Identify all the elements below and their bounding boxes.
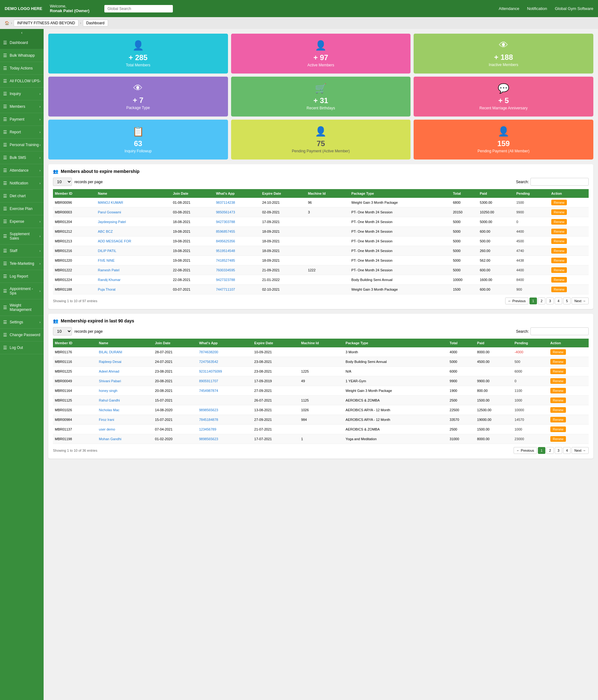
sidebar-item-staff[interactable]: ☰ Staff › bbox=[0, 245, 44, 257]
cell-what's-app[interactable]: 9898565623 bbox=[197, 434, 252, 444]
renew-button[interactable]: Renew bbox=[551, 209, 567, 215]
cell-what's-app[interactable]: 7874638200 bbox=[197, 347, 252, 357]
stat-card-0[interactable]: 👤 + 285 Total Members bbox=[48, 34, 228, 74]
sidebar-item-settings[interactable]: ☰ Settings › bbox=[0, 316, 44, 329]
cell-name[interactable]: Shivani Pabari bbox=[97, 376, 153, 386]
stat-card-5[interactable]: 💬 + 5 Recent Marriage Anniversary bbox=[414, 77, 593, 117]
renew-button[interactable]: Renew bbox=[550, 359, 566, 365]
sidebar-item-report[interactable]: ☰ Report › bbox=[0, 126, 44, 139]
stat-card-7[interactable]: 👤 75 Pending Payment (Active Member) bbox=[231, 120, 411, 159]
cell-what's-app[interactable]: 9898565623 bbox=[197, 405, 252, 415]
renew-button[interactable]: Renew bbox=[551, 267, 567, 273]
page-2-button[interactable]: 2 bbox=[538, 298, 545, 304]
sidebar-item-weight-management[interactable]: ☰ Weight Management bbox=[0, 299, 44, 316]
sidebar-item-tele-marketing[interactable]: ☰ Tele-Marketing › bbox=[0, 257, 44, 270]
next-page-button[interactable]: Next → bbox=[572, 298, 589, 304]
cell-name[interactable]: Rajdeep Desai bbox=[97, 357, 153, 367]
sidebar-item-payment[interactable]: ☰ Payment › bbox=[0, 113, 44, 126]
cell-name[interactable]: MANOJ KUMAR bbox=[96, 198, 171, 207]
cell-what's-app[interactable]: 9850561473 bbox=[214, 207, 260, 217]
renew-button[interactable]: Renew bbox=[550, 349, 566, 355]
prev-page-button[interactable]: ← Previous bbox=[505, 298, 528, 304]
cell-what's-app[interactable]: 923114075099 bbox=[197, 367, 252, 376]
cell-name[interactable]: honey singh bbox=[97, 386, 153, 396]
renew-button[interactable]: Renew bbox=[550, 417, 566, 422]
page-5-button[interactable]: 5 bbox=[563, 298, 571, 304]
cell-name[interactable]: DILIP PATIL bbox=[96, 246, 171, 256]
cell-what's-app[interactable]: 123456789 bbox=[197, 425, 252, 434]
renew-button[interactable]: Renew bbox=[550, 426, 566, 432]
sidebar-item-inquiry[interactable]: ☰ Inquiry › bbox=[0, 88, 44, 100]
cell-what's-app[interactable]: 9519514548 bbox=[214, 246, 260, 256]
stat-card-8[interactable]: 👤 159 Pending Payment (All Member) bbox=[414, 120, 593, 159]
attendance-link[interactable]: Attendance bbox=[499, 6, 519, 11]
sidebar-item-supplement-sales[interactable]: ☰ Supplement Sales › bbox=[0, 228, 44, 245]
breadcrumb-gym[interactable]: INFINITY FITNESS AND BEYOND bbox=[14, 20, 78, 26]
sidebar-collapse[interactable]: ‹ bbox=[0, 29, 44, 36]
cell-what's-app[interactable]: 7447711107 bbox=[214, 285, 260, 294]
cell-name[interactable]: ABC BCZ bbox=[96, 227, 171, 236]
cell-what's-app[interactable] bbox=[197, 396, 252, 405]
sidebar-item-bulk-whatsapp[interactable]: ☰ Bulk Whatsapp bbox=[0, 49, 44, 62]
page-1-button[interactable]: 1 bbox=[538, 447, 545, 454]
page-1-button[interactable]: 1 bbox=[529, 298, 537, 304]
cell-what's-app[interactable]: 7454987874 bbox=[197, 386, 252, 396]
stat-card-3[interactable]: 👁 + 7 Package Type bbox=[48, 77, 228, 117]
page-4-button[interactable]: 4 bbox=[563, 447, 571, 454]
expiry-search-input[interactable] bbox=[530, 178, 589, 186]
expired-records-select[interactable]: 102550100 bbox=[53, 327, 72, 335]
cell-name[interactable]: Mohan Gandhi bbox=[97, 434, 153, 444]
renew-button[interactable]: Renew bbox=[550, 388, 566, 394]
sidebar-item-notification[interactable]: ☰ Notification › bbox=[0, 177, 44, 190]
renew-button[interactable]: Renew bbox=[550, 378, 566, 384]
renew-button[interactable]: Renew bbox=[551, 229, 567, 234]
cell-what's-app[interactable]: 7418527485 bbox=[214, 256, 260, 266]
sidebar-item-change-password[interactable]: ☰ Change Password bbox=[0, 329, 44, 342]
global-search-input[interactable] bbox=[104, 5, 173, 12]
cell-name[interactable]: Nicholas Mac bbox=[97, 405, 153, 415]
renew-button[interactable]: Renew bbox=[550, 436, 566, 442]
cell-what's-app[interactable]: 7600334595 bbox=[214, 266, 260, 275]
stat-card-2[interactable]: 👁 + 188 Inactive Members bbox=[414, 34, 593, 74]
sidebar-item-diet-chart[interactable]: ☰ Diet chart bbox=[0, 190, 44, 202]
sidebar-item-exercise-plan[interactable]: ☰ Exercise Plan bbox=[0, 202, 44, 215]
cell-what's-app[interactable]: 7247563542 bbox=[197, 357, 252, 367]
page-3-button[interactable]: 3 bbox=[555, 447, 562, 454]
cell-what's-app[interactable]: 9427303788 bbox=[214, 217, 260, 227]
cell-name[interactable]: Ramesh Patel bbox=[96, 266, 171, 275]
renew-button[interactable]: Renew bbox=[550, 369, 566, 374]
sidebar-item-log-report[interactable]: ☰ Log Report bbox=[0, 270, 44, 283]
prev-page-button[interactable]: ← Previous bbox=[514, 447, 537, 454]
cell-what's-app[interactable]: 7845184878 bbox=[197, 415, 252, 425]
renew-button[interactable]: Renew bbox=[551, 238, 567, 244]
cell-name[interactable]: user demo bbox=[97, 425, 153, 434]
renew-button[interactable]: Renew bbox=[551, 277, 567, 282]
renew-button[interactable]: Renew bbox=[550, 407, 566, 413]
home-icon[interactable]: 🏠 bbox=[5, 21, 9, 25]
sidebar-item-all-follow-ups[interactable]: ☰ All FOLLOW UPS › bbox=[0, 75, 44, 88]
cell-name[interactable]: Parul Goswami bbox=[96, 207, 171, 217]
breadcrumb-page[interactable]: Dashboard bbox=[83, 20, 108, 26]
sidebar-item-log-out[interactable]: ☰ Log Out bbox=[0, 342, 44, 354]
page-2-button[interactable]: 2 bbox=[546, 447, 554, 454]
expired-search-input[interactable] bbox=[530, 327, 589, 335]
stat-card-1[interactable]: 👤 + 97 Active Members bbox=[231, 34, 411, 74]
next-page-button[interactable]: Next → bbox=[572, 447, 589, 454]
cell-name[interactable]: Puja Thorat bbox=[96, 285, 171, 294]
cell-what's-app[interactable]: 8596857455 bbox=[214, 227, 260, 236]
cell-name[interactable]: ADD MESSAGE FOR bbox=[96, 236, 171, 246]
sidebar-item-expense[interactable]: ☰ Expense › bbox=[0, 215, 44, 228]
page-4-button[interactable]: 4 bbox=[555, 298, 562, 304]
renew-button[interactable]: Renew bbox=[551, 286, 567, 292]
cell-name[interactable]: FIVE NINE bbox=[96, 256, 171, 266]
sidebar-item-dashboard[interactable]: ☰ Dashboard bbox=[0, 36, 44, 49]
sidebar-item-personal-training[interactable]: ☰ Personal Training › bbox=[0, 139, 44, 151]
renew-button[interactable]: Renew bbox=[551, 219, 567, 225]
cell-what's-app[interactable]: 9837114238 bbox=[214, 198, 260, 207]
cell-what's-app[interactable]: 8905911707 bbox=[197, 376, 252, 386]
cell-name[interactable]: BILAL DURANI bbox=[97, 347, 153, 357]
stat-card-4[interactable]: 🛒 + 31 Recent Birthdays bbox=[231, 77, 411, 117]
cell-name[interactable]: Randij Khumar bbox=[96, 275, 171, 285]
sidebar-item-members[interactable]: ☰ Members › bbox=[0, 100, 44, 113]
notification-link[interactable]: Notification bbox=[527, 6, 547, 11]
